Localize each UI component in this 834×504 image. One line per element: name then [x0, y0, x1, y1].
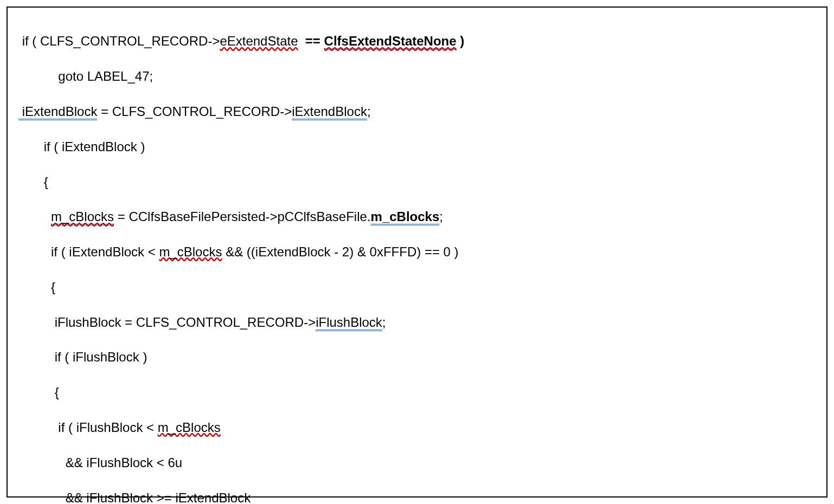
t: iFlushBlock = CLFS_CONTROL_RECORD->	[18, 315, 316, 329]
t: ;	[439, 209, 443, 224]
grammar-token: iFlushBlock	[316, 315, 382, 331]
t: if ( CLFS_CONTROL_RECORD->	[18, 34, 220, 48]
code-line: if ( iExtendBlock < m_cBlocks && ((iExte…	[18, 243, 816, 261]
grammar-token: iExtendBlock	[292, 104, 367, 120]
code-line: iFlushBlock = CLFS_CONTROL_RECORD->iFlus…	[18, 314, 816, 331]
code-line: && iFlushBlock < 6u	[18, 454, 816, 471]
spellcheck-token: eExtendState	[220, 34, 298, 48]
code-line: goto LABEL_47;	[18, 68, 816, 85]
grammar-token: iExtendBlock	[18, 104, 97, 120]
t: if ( iFlushBlock <	[18, 420, 158, 435]
t: ;	[367, 104, 371, 119]
t: = CClfsBaseFilePersisted->pCClfsBaseFile…	[114, 209, 371, 224]
t	[18, 209, 51, 224]
t: ;	[382, 315, 386, 329]
t	[298, 34, 305, 48]
code-block: if ( CLFS_CONTROL_RECORD->eExtendState =…	[18, 15, 816, 504]
spellcheck-token: ClfsExtendStateNone	[324, 34, 457, 50]
code-line: {	[18, 173, 816, 191]
t: if ( iExtendBlock <	[18, 244, 159, 259]
t: && ((iExtendBlock - 2) & 0xFFFD) == 0 )	[222, 244, 458, 259]
spellcheck-token: m_cBlocks	[51, 209, 114, 225]
code-line: {	[18, 279, 816, 296]
code-line: if ( CLFS_CONTROL_RECORD->eExtendState =…	[18, 33, 816, 50]
t: )	[457, 34, 465, 48]
grammar-token: m_cBlocks	[371, 209, 440, 225]
t: ==	[305, 34, 324, 48]
code-line: && iFlushBlock >= iExtendBlock	[18, 489, 816, 504]
spellcheck-token: m_cBlocks	[158, 420, 221, 435]
code-line: iExtendBlock = CLFS_CONTROL_RECORD->iExt…	[18, 103, 816, 120]
t: = CLFS_CONTROL_RECORD->	[97, 104, 292, 119]
code-frame: if ( CLFS_CONTROL_RECORD->eExtendState =…	[7, 7, 827, 497]
code-line: if ( iExtendBlock )	[18, 138, 816, 156]
spellcheck-token: m_cBlocks	[159, 244, 222, 259]
code-line: m_cBlocks = CClfsBaseFilePersisted->pCCl…	[18, 208, 816, 225]
code-line: if ( iFlushBlock < m_cBlocks	[18, 419, 816, 436]
code-line: if ( iFlushBlock )	[18, 348, 816, 366]
code-line: {	[18, 384, 816, 401]
